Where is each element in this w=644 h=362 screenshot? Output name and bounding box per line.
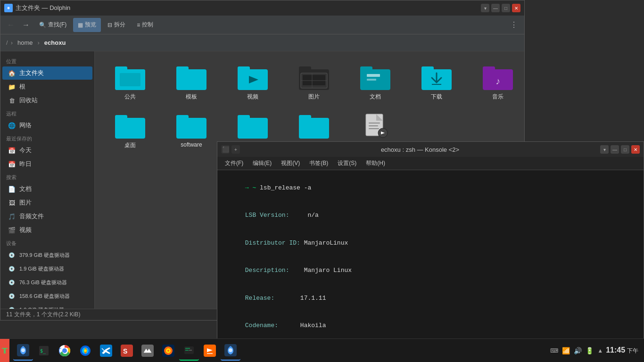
control-button[interactable]: ≡ 控制	[132, 18, 158, 32]
taskbar-app-terminal2[interactable]	[179, 341, 199, 361]
term-output-4: Release: 17.1.11	[223, 284, 638, 312]
konsole-term-icon: ⬛	[221, 145, 230, 154]
file-item-template[interactable]: 模板	[165, 61, 217, 105]
sidebar-item-docs[interactable]: 📄 文档	[2, 182, 92, 196]
file-item-public[interactable]: 公共	[104, 61, 156, 105]
folder-icon-download	[421, 65, 452, 90]
konsole-new-tab-btn[interactable]: +	[231, 145, 240, 154]
menu-file[interactable]: 文件(F)	[221, 158, 247, 168]
dolphin-minimize-btn[interactable]: —	[491, 4, 500, 12]
dolphin-maximize-btn[interactable]: □	[502, 4, 510, 12]
konsole-restore-btn[interactable]: □	[621, 145, 629, 154]
images-label: 图片	[19, 198, 32, 207]
konsole-window: ⬛ + echoxu : zsh — Konsole <2> ▾ — □ ✕ 文…	[217, 141, 644, 362]
konsole-minimize-btn[interactable]: —	[611, 145, 619, 154]
taskbar-app-sublime[interactable]	[200, 341, 220, 361]
disk4-label: 158.6 GiB 硬盘驱动器	[19, 293, 70, 300]
sidebar-item-disk3[interactable]: 💿 76.3 GiB 硬盘驱动器	[2, 276, 92, 289]
sidebar-item-home[interactable]: 🏠 主文件夹	[2, 66, 92, 80]
file-item-desktop[interactable]: 桌面	[104, 109, 156, 153]
home-label: 主文件夹	[19, 69, 44, 77]
folder-icon-video	[238, 65, 268, 90]
menu-settings[interactable]: 设置(S)	[334, 158, 360, 168]
taskbar-app-konsole1[interactable]: $_	[34, 341, 54, 361]
breadcrumb-current[interactable]: echoxu	[42, 38, 68, 47]
konsole-titlebar-left: ⬛ +	[221, 145, 240, 154]
sidebar-item-root[interactable]: 📁 根	[2, 80, 92, 93]
disk3-icon: 💿	[8, 279, 16, 286]
docs-label: 文档	[19, 185, 32, 193]
svg-rect-21	[421, 66, 434, 73]
file-label-docs: 文档	[370, 93, 381, 101]
disk4-icon: 💿	[8, 292, 16, 300]
menu-edit[interactable]: 编辑(E)	[249, 158, 275, 168]
forward-button[interactable]: →	[19, 18, 33, 32]
sidebar-item-disk5[interactable]: 💿 1.0 GiB 硬盘驱动器	[2, 303, 92, 309]
taskbar-app-dolphin2[interactable]	[221, 341, 240, 361]
arrow-up-icon[interactable]: ▲	[597, 347, 603, 354]
taskbar-app-chromium[interactable]	[55, 341, 74, 361]
preview-button[interactable]: ▦ 预览	[73, 18, 101, 32]
today-label: 今天	[19, 146, 32, 155]
disk3-label: 76.3 GiB 硬盘驱动器	[19, 279, 67, 286]
file-item-docs[interactable]: 文档	[349, 61, 401, 105]
sidebar-item-disk1[interactable]: 💿 379.9 GiB 硬盘驱动器	[2, 248, 92, 262]
term-value-1: n/a	[289, 212, 318, 219]
dolphin-dropdown-btn[interactable]: ▾	[481, 4, 489, 12]
more-options-button[interactable]: ⋮	[507, 18, 520, 32]
sidebar-item-today[interactable]: 📅 今天	[2, 144, 92, 157]
sidebar-item-videos[interactable]: 🎬 视频	[2, 223, 92, 237]
back-button[interactable]: ←	[4, 18, 17, 32]
taskbar-app-dolphin[interactable]	[13, 341, 33, 361]
sidebar-item-yesterday[interactable]: 📅 昨日	[2, 157, 92, 171]
sidebar-item-audio[interactable]: 🎵 音频文件	[2, 210, 92, 223]
svg-text:♪: ♪	[495, 76, 500, 86]
status-text: 11 文件夹，1 个文件(2.2 KiB)	[6, 311, 80, 319]
konsole-dropdown-btn[interactable]: ▾	[600, 145, 609, 154]
svg-rect-13	[303, 75, 325, 85]
taskbar-app-firefox2[interactable]	[158, 341, 178, 361]
folder-icon-docs	[360, 65, 390, 90]
svg-rect-27	[115, 115, 127, 122]
term-output-1: LSB Version: n/a	[223, 202, 638, 230]
term-key-4: Release:	[245, 295, 274, 302]
term-output-3: Description: Manjaro Linux	[223, 257, 638, 285]
split-button[interactable]: ⊟ 拆分	[103, 18, 130, 32]
taskbar-app-vscode[interactable]	[96, 341, 116, 361]
sidebar-item-disk2[interactable]: 💿 1.9 GiB 硬盘驱动器	[2, 262, 92, 275]
term-output-2: Distributor ID: ManjaroLinux	[223, 229, 638, 257]
sidebar-item-images[interactable]: 🖼 图片	[2, 196, 92, 209]
konsole-close-btn[interactable]: ✕	[631, 145, 640, 154]
root-label: 根	[19, 82, 25, 91]
taskbar-manjaro-icon[interactable]	[0, 339, 9, 362]
menu-view[interactable]: 视图(V)	[277, 158, 304, 168]
svg-rect-54	[141, 345, 154, 357]
sidebar-item-network[interactable]: 🌐 网络	[2, 119, 92, 132]
taskbar-app-smartgit[interactable]: S	[117, 341, 137, 361]
images-icon: 🖼	[8, 199, 16, 206]
file-item-software[interactable]: software	[165, 109, 217, 153]
menu-bookmarks[interactable]: 书签(B)	[305, 158, 332, 168]
breadcrumb-home[interactable]: home	[16, 38, 35, 47]
dolphin-close-btn[interactable]: ✕	[512, 4, 520, 12]
sidebar-item-disk4[interactable]: 💿 158.6 GiB 硬盘驱动器	[2, 289, 92, 303]
menu-help[interactable]: 帮助(H)	[362, 158, 389, 168]
file-item-image[interactable]: 图片	[288, 61, 340, 105]
svg-rect-35	[369, 123, 380, 123]
taskbar-app-vmware[interactable]	[138, 341, 157, 361]
term-key-2: Distributor ID:	[245, 239, 300, 247]
term-command: lsb_release -a	[260, 184, 311, 191]
sidebar-item-trash[interactable]: 🗑 回收站	[2, 94, 92, 107]
folder-icon-music: ♪	[483, 65, 513, 90]
konsole-content[interactable]: → ~ lsb_release -a LSB Version: n/a Dist…	[217, 170, 644, 362]
clock-time: 11:45 下午	[606, 346, 638, 355]
file-item-music[interactable]: ♪ 音乐	[472, 61, 524, 105]
file-label-template: 模板	[186, 93, 197, 101]
file-item-download[interactable]: 下载	[411, 61, 462, 105]
search-button[interactable]: 🔍 查找(F)	[34, 18, 71, 32]
svg-point-50	[84, 349, 87, 352]
yesterday-label: 昨日	[19, 160, 32, 168]
file-item-video[interactable]: 视频	[227, 61, 279, 105]
devices-section-label: 设备	[0, 237, 94, 248]
taskbar-app-firefox[interactable]	[75, 341, 95, 361]
